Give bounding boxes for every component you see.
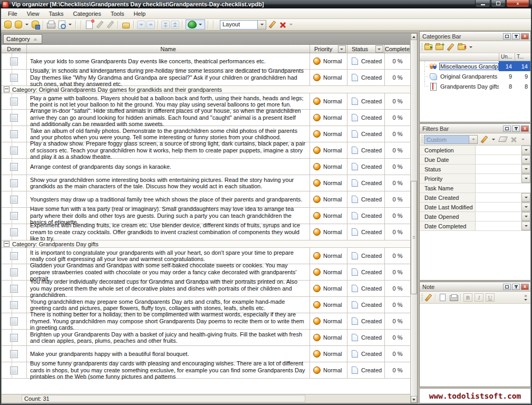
filter-value-field[interactable]: [476, 146, 521, 155]
open-database-dropdown-icon[interactable]: [25, 24, 28, 25]
filter-dropdown-icon[interactable]: [521, 193, 530, 202]
task-checkbox[interactable]: [10, 74, 18, 82]
underline-button[interactable]: U: [486, 293, 495, 302]
note-close-icon[interactable]: x: [521, 284, 529, 290]
categories-more-dropdown-icon[interactable]: [469, 46, 472, 48]
note-content[interactable]: [420, 304, 530, 387]
task-checkbox[interactable]: [10, 252, 18, 260]
column-header-priority[interactable]: Priority: [310, 45, 347, 53]
category-tree-item[interactable]: Original Grandparents Day games99: [420, 71, 530, 81]
scroll-up-icon[interactable]: [411, 33, 417, 40]
task-checkbox[interactable]: [10, 114, 18, 122]
task-checkbox[interactable]: [10, 212, 18, 220]
delete-category-icon[interactable]: [457, 43, 466, 51]
filter-value-field[interactable]: [476, 184, 530, 192]
task-checkbox[interactable]: [10, 301, 18, 309]
italic-button[interactable]: I: [475, 293, 483, 302]
edit-category-icon[interactable]: [446, 43, 455, 51]
filter-dropdown-icon[interactable]: [521, 212, 530, 221]
apply-filter-dropdown-icon[interactable]: [492, 139, 495, 140]
task-checkbox[interactable]: [10, 147, 18, 155]
task-checkbox[interactable]: [10, 334, 18, 342]
scroll-down-icon[interactable]: [411, 396, 417, 403]
filter-value-field[interactable]: [476, 193, 521, 202]
group-by-category-button[interactable]: Category: [3, 34, 42, 44]
note-overflow-chevron-icon[interactable]: »: [523, 294, 528, 301]
column-header-total[interactable]: T...: [515, 53, 530, 61]
close-button[interactable]: x: [506, 0, 529, 7]
new-subcategory-icon[interactable]: [435, 43, 444, 51]
filter-dropdown-icon[interactable]: [521, 221, 530, 230]
filters-restore-icon[interactable]: [503, 126, 511, 132]
task-checkbox[interactable]: [10, 163, 18, 171]
move-down-icon[interactable]: [137, 21, 146, 29]
apply-filter-icon[interactable]: [480, 136, 489, 143]
category-tree-item[interactable]: Miscellaneous Grandparents Day .1414: [420, 61, 530, 71]
filter-dropdown-icon[interactable]: [521, 202, 530, 211]
move-bottom-icon[interactable]: [161, 21, 170, 29]
clear-filter-icon[interactable]: [498, 136, 507, 143]
task-checkbox[interactable]: [10, 179, 18, 187]
task-checkbox[interactable]: [10, 196, 18, 204]
column-header-uncompleted[interactable]: Un...: [499, 53, 515, 61]
note-preview-icon[interactable]: [438, 294, 447, 302]
edit-task-icon[interactable]: [95, 20, 104, 30]
move-top-icon[interactable]: [171, 21, 179, 29]
delete-layout-icon[interactable]: [278, 20, 287, 30]
note-restore-icon[interactable]: [503, 284, 511, 290]
filter-value-field[interactable]: [476, 174, 521, 183]
open-database-icon[interactable]: [14, 20, 23, 30]
filter-value-field[interactable]: [476, 202, 521, 211]
menu-help[interactable]: Help: [129, 9, 150, 18]
filter-preset-value[interactable]: Custom: [424, 135, 469, 144]
filters-pin-icon[interactable]: [512, 126, 520, 132]
task-checkbox[interactable]: [10, 268, 18, 276]
menu-tools[interactable]: Tools: [106, 9, 129, 18]
print-icon[interactable]: [46, 20, 56, 30]
restore-button[interactable]: [491, 0, 506, 7]
task-checkbox[interactable]: [10, 285, 18, 293]
layout-combobox-value[interactable]: Layout: [220, 20, 258, 30]
filter-value-field[interactable]: [476, 155, 521, 164]
category-tree-item[interactable]: Grandparents Day gifts88: [420, 81, 530, 91]
task-checkbox[interactable]: [10, 130, 18, 138]
scrollbar-thumb[interactable]: [411, 181, 417, 294]
filter-dropdown-icon[interactable]: [521, 165, 530, 173]
column-header-name[interactable]: Name: [27, 45, 310, 53]
minimize-button[interactable]: [475, 0, 490, 7]
duplicate-task-icon[interactable]: [105, 20, 115, 30]
menu-view[interactable]: View: [22, 9, 44, 18]
highlighter-toggle[interactable]: [186, 20, 205, 30]
categories-pin-icon[interactable]: [512, 33, 520, 40]
print-preview-icon[interactable]: [57, 20, 66, 30]
categories-restore-icon[interactable]: [503, 33, 511, 40]
collapse-icon[interactable]: [4, 86, 9, 92]
task-checkbox[interactable]: [10, 350, 18, 358]
column-header-done[interactable]: Done: [2, 45, 27, 53]
task-checkbox[interactable]: [10, 98, 18, 105]
print-dropdown-icon[interactable]: [69, 24, 72, 25]
task-checkbox[interactable]: [10, 57, 18, 65]
filter-value-field[interactable]: [476, 221, 521, 230]
save-database-icon[interactable]: [31, 20, 40, 30]
new-task-icon[interactable]: [84, 20, 94, 30]
task-checkbox[interactable]: [10, 367, 18, 374]
menu-categories[interactable]: Categories: [69, 9, 106, 18]
vertical-scrollbar[interactable]: [410, 33, 417, 403]
edit-layout-icon[interactable]: [267, 20, 277, 30]
note-print-icon[interactable]: [449, 294, 458, 302]
new-database-icon[interactable]: [3, 20, 13, 30]
filter-dropdown-icon[interactable]: [521, 146, 530, 155]
filter-value-field[interactable]: [476, 212, 521, 221]
move-up-icon[interactable]: [147, 21, 155, 29]
assign-category-icon[interactable]: [121, 20, 131, 30]
task-checkbox[interactable]: [10, 317, 18, 325]
filter-preset-combobox[interactable]: Custom: [424, 135, 478, 144]
layout-combobox-dropdown-icon[interactable]: [258, 20, 266, 30]
priority-filter-dropdown-icon[interactable]: [338, 45, 346, 53]
filters-more-dropdown-icon[interactable]: [521, 139, 525, 140]
menu-file[interactable]: File: [3, 9, 22, 18]
filter-dropdown-icon[interactable]: [521, 174, 530, 183]
filter-value-field[interactable]: [476, 165, 521, 173]
menu-tasks[interactable]: Tasks: [44, 9, 68, 18]
